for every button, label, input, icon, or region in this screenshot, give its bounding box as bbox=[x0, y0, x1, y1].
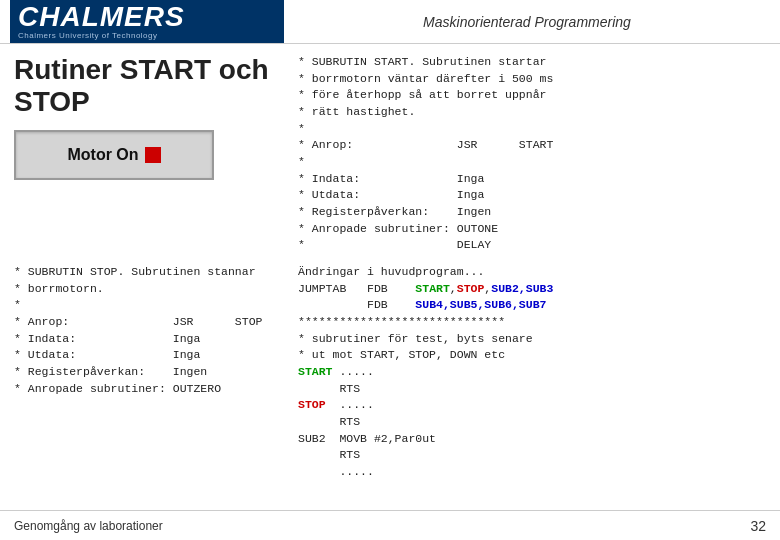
right-bottom-code: Ändringar i huvudprogram...JUMPTAB FDB S… bbox=[298, 264, 766, 504]
page-title-line2: STOP bbox=[14, 86, 90, 117]
motor-on-button[interactable]: Motor On bbox=[14, 130, 214, 180]
footer-left-text: Genomgång av laborationer bbox=[14, 519, 163, 533]
keyword-start-label: START bbox=[298, 365, 333, 378]
page-title-line1: Rutiner START och bbox=[14, 54, 269, 85]
bottom-section: * SUBRUTIN STOP. Subrutinen stannar* bor… bbox=[14, 264, 766, 504]
code-line: * före återhopp så att borret uppnår bbox=[298, 87, 766, 104]
code-line: * SUBRUTIN START. Subrutinen startar bbox=[298, 54, 766, 71]
code-line: * subrutiner för test, byts senare bbox=[298, 331, 766, 348]
page-title: Rutiner START och STOP bbox=[14, 54, 288, 118]
main-content: Rutiner START och STOP Motor On * SUBRUT… bbox=[0, 44, 780, 510]
code-heading: Ändringar i huvudprogram... bbox=[298, 264, 766, 281]
code-line: * Utdata: Inga bbox=[298, 187, 766, 204]
code-line: SUB2 MOVB #2,Par0ut bbox=[298, 431, 766, 448]
code-line: * Anropade subrutiner: OUTZERO bbox=[14, 381, 288, 398]
code-line: STOP ..... bbox=[298, 397, 766, 414]
code-line: START ..... bbox=[298, 364, 766, 381]
code-line: JUMPTAB FDB START,STOP,SUB2,SUB3 bbox=[298, 281, 766, 298]
motor-indicator-icon bbox=[145, 147, 161, 163]
code-line: * Anrop: JSR STOP bbox=[14, 314, 288, 331]
code-line: * Anrop: JSR START bbox=[298, 137, 766, 154]
code-line: * DELAY bbox=[298, 237, 766, 254]
left-bottom-code: * SUBRUTIN STOP. Subrutinen stannar* bor… bbox=[14, 264, 288, 504]
code-line: * Registerpåverkan: Ingen bbox=[298, 204, 766, 221]
header-title-area: Maskinorienterad Programmering bbox=[284, 14, 770, 30]
code-line: * Indata: Inga bbox=[298, 171, 766, 188]
code-line: * rätt hastighet. bbox=[298, 104, 766, 121]
code-line: RTS bbox=[298, 381, 766, 398]
keyword-start: START bbox=[415, 282, 450, 295]
motor-button-label: Motor On bbox=[67, 146, 138, 164]
code-line: ..... bbox=[298, 464, 766, 481]
code-line: * borrmotorn. bbox=[14, 281, 288, 298]
code-line: * SUBRUTIN STOP. Subrutinen stannar bbox=[14, 264, 288, 281]
code-line: RTS bbox=[298, 414, 766, 431]
code-line: * Utdata: Inga bbox=[14, 347, 288, 364]
keyword-stop-label: STOP bbox=[298, 398, 326, 411]
left-top: Rutiner START och STOP Motor On bbox=[14, 54, 288, 254]
header: CHALMERS Chalmers University of Technolo… bbox=[0, 0, 780, 44]
keyword-sub2: SUB2,SUB3 bbox=[491, 282, 553, 295]
code-line: * Anropade subrutiner: OUTONE bbox=[298, 221, 766, 238]
page-title-block: Rutiner START och STOP bbox=[14, 54, 288, 118]
keyword-stop: STOP bbox=[457, 282, 485, 295]
logo-sub: Chalmers University of Technology bbox=[18, 31, 284, 40]
top-section: Rutiner START och STOP Motor On * SUBRUT… bbox=[14, 54, 766, 254]
keyword-subs: SUB4,SUB5,SUB6,SUB7 bbox=[415, 298, 546, 311]
code-line: * bbox=[14, 297, 288, 314]
code-line: * bbox=[298, 154, 766, 171]
code-line: * bbox=[298, 121, 766, 138]
code-line: FDB SUB4,SUB5,SUB6,SUB7 bbox=[298, 297, 766, 314]
logo-area: CHALMERS Chalmers University of Technolo… bbox=[10, 0, 284, 43]
code-line: * Registerpåverkan: Ingen bbox=[14, 364, 288, 381]
footer-page-number: 32 bbox=[750, 518, 766, 534]
code-line: RTS bbox=[298, 447, 766, 464]
code-line: * ut mot START, STOP, DOWN etc bbox=[298, 347, 766, 364]
code-line: * borrmotorn väntar därefter i 500 ms bbox=[298, 71, 766, 88]
right-top-code: * SUBRUTIN START. Subrutinen startar* bo… bbox=[298, 54, 766, 254]
footer: Genomgång av laborationer 32 bbox=[0, 510, 780, 540]
logo-text: CHALMERS bbox=[18, 3, 284, 31]
code-line: ****************************** bbox=[298, 314, 766, 331]
code-line: * Indata: Inga bbox=[14, 331, 288, 348]
header-title: Maskinorienterad Programmering bbox=[423, 14, 631, 30]
